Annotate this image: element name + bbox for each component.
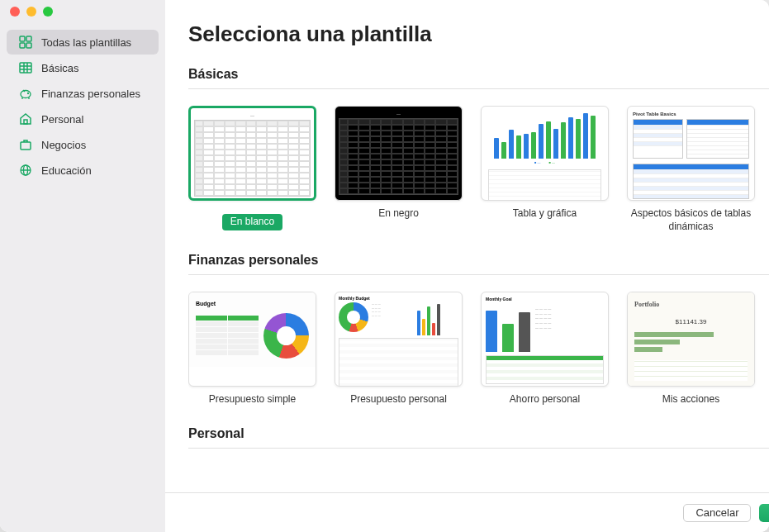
template-thumb: Pivot Table Basics (627, 106, 755, 201)
template-thumb: — (335, 106, 463, 201)
svg-point-10 (28, 93, 29, 94)
sidebar-item-basics[interactable]: Básicas (7, 55, 159, 80)
sidebar-item-label: Educación (41, 164, 92, 177)
template-label: Presupuesto simple (188, 393, 316, 406)
sidebar-item-label: Personal (41, 113, 83, 126)
sidebar-item-label: Básicas (41, 62, 79, 74)
section-header: Finanzas personales (188, 253, 769, 275)
template-personal-budget[interactable]: Monthly Budget — — —— — —— — —— — — (335, 292, 463, 406)
template-pivot-basics[interactable]: Pivot Table Basics (627, 106, 755, 233)
content-scroll[interactable]: Selecciona una plantilla Básicas — (165, 0, 769, 492)
template-simple-budget[interactable]: Budget (188, 292, 316, 406)
sidebar: Todas las plantillas Básicas Finanzas pe… (0, 0, 165, 532)
section-header: Personal (188, 426, 769, 449)
template-thumb: Portfolio $11141.39 (627, 292, 755, 387)
section-header: Básicas (188, 67, 769, 89)
main-panel: Selecciona una plantilla Básicas — (165, 0, 769, 532)
template-label: Ahorro personal (481, 393, 609, 406)
svg-rect-0 (20, 36, 25, 41)
sidebar-item-personal-finance[interactable]: Finanzas personales (7, 81, 159, 106)
template-thumb: —— (481, 106, 609, 201)
section-personal: Personal (188, 426, 769, 449)
footer: Cancelar Crear (165, 492, 769, 532)
template-blank[interactable]: — (188, 106, 316, 233)
svg-rect-4 (20, 63, 31, 73)
close-icon[interactable] (10, 7, 20, 17)
svg-point-9 (21, 91, 31, 98)
svg-rect-12 (21, 142, 31, 150)
cancel-button[interactable]: Cancelar (683, 504, 751, 522)
svg-rect-11 (24, 120, 27, 124)
template-personal-savings[interactable]: Monthly Goal — — — —— — — —— — — —— — — … (481, 292, 609, 406)
svg-rect-2 (20, 43, 25, 48)
spreadsheet-icon (18, 60, 33, 75)
section-personal-finance: Finanzas personales Budget (188, 253, 769, 406)
template-label: En negro (335, 207, 463, 221)
sidebar-item-label: Negocios (41, 139, 86, 151)
globe-icon (18, 163, 33, 178)
template-label: En blanco (222, 214, 282, 230)
template-label: Tabla y gráfica (481, 207, 609, 221)
grid-all-icon (18, 35, 33, 50)
section-basics: Básicas — (188, 67, 769, 233)
sidebar-item-business[interactable]: Negocios (7, 132, 159, 157)
svg-rect-3 (26, 43, 31, 48)
page-title: Selecciona una plantilla (188, 21, 769, 47)
template-grid: Budget (188, 292, 769, 406)
briefcase-icon (18, 137, 33, 152)
template-thumb: Monthly Goal — — — —— — — —— — — —— — — … (481, 292, 609, 387)
minimize-icon[interactable] (26, 7, 36, 17)
sidebar-item-label: Todas las plantillas (41, 36, 131, 49)
titlebar (0, 0, 165, 23)
sidebar-item-personal[interactable]: Personal (7, 107, 159, 131)
template-chart-table[interactable]: —— Tabla y gráfica (481, 106, 609, 233)
template-label: Aspectos básicos de tablas dinámicas (627, 207, 755, 233)
create-button[interactable]: Crear (759, 504, 769, 522)
sidebar-item-education[interactable]: Educación (7, 158, 159, 183)
template-my-stocks[interactable]: Portfolio $11141.39 (627, 292, 755, 406)
sidebar-item-all-templates[interactable]: Todas las plantillas (7, 30, 159, 55)
template-label: Presupuesto personal (335, 393, 463, 406)
template-label: Mis acciones (627, 393, 755, 406)
piggybank-icon (18, 86, 33, 101)
maximize-icon[interactable] (43, 7, 53, 17)
template-thumb: Budget (188, 292, 316, 387)
sidebar-item-label: Finanzas personales (41, 88, 140, 100)
template-black[interactable]: — (335, 106, 463, 233)
house-icon (18, 112, 33, 126)
template-thumb: Monthly Budget — — —— — —— — —— — — (335, 292, 463, 387)
svg-rect-1 (26, 36, 31, 41)
template-thumb: — (188, 106, 316, 201)
template-chooser-window: Todas las plantillas Básicas Finanzas pe… (0, 0, 769, 532)
template-grid: — (188, 106, 769, 233)
